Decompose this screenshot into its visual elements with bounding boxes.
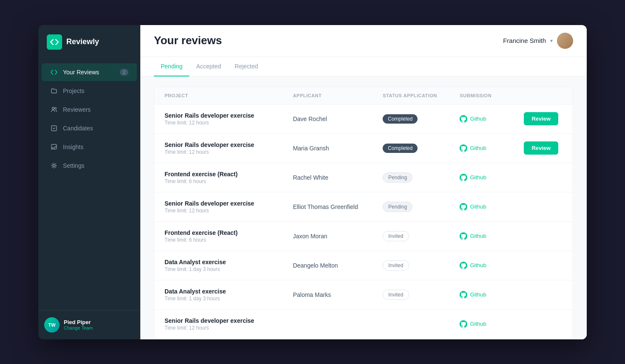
- github-link[interactable]: Github: [460, 115, 486, 123]
- status-cell: Invited: [383, 260, 460, 271]
- sidebar-label-your-reviews: Your Reviews: [63, 69, 99, 76]
- project-meta: Time limit: 6 hours: [165, 237, 293, 243]
- user-menu[interactable]: Francine Smith ▾: [503, 33, 573, 49]
- applicant-name: Elliot Thomas Greenfield: [293, 203, 383, 210]
- github-link[interactable]: Github: [460, 174, 486, 181]
- github-link[interactable]: Github: [460, 232, 486, 240]
- applicant-name: Paloma Marks: [293, 291, 383, 298]
- sidebar-item-your-reviews[interactable]: Your Reviews 2: [42, 63, 137, 81]
- col-submission: SUBMISSION: [460, 93, 524, 98]
- project-meta: Time limit: 12 hours: [165, 325, 293, 331]
- status-cell: Invited: [383, 290, 460, 300]
- github-link[interactable]: Github: [460, 262, 486, 269]
- col-action: [524, 93, 562, 98]
- applicant-name: Dave Rochel: [293, 116, 383, 122]
- submission-cell: Github: [460, 291, 524, 299]
- insights-icon: [50, 143, 58, 151]
- user-name: Francine Smith: [503, 37, 546, 44]
- project-name: Senior Rails developer exercise: [165, 141, 293, 148]
- project-cell: Frontend exercise (React) Time limit: 6 …: [165, 171, 293, 184]
- project-name: Senior Rails developer exercise: [165, 200, 293, 207]
- page-title: Your reviews: [154, 34, 222, 47]
- svg-point-0: [52, 107, 54, 109]
- project-meta: Time limit: 1 day 3 hours: [165, 296, 293, 302]
- table-row: Senior Rails developer exercise Time lim…: [154, 134, 573, 163]
- github-link[interactable]: Github: [460, 144, 486, 152]
- team-footer[interactable]: TW Pied Piper Change Team: [38, 310, 140, 339]
- sidebar-logo: Reviewly: [38, 25, 140, 59]
- github-link[interactable]: Github: [460, 320, 486, 328]
- table-row: Senior Rails developer exercise Time lim…: [154, 192, 573, 222]
- avatar: [557, 33, 573, 49]
- table-row: Frontend exercise (React) Time limit: 6 …: [154, 163, 573, 192]
- col-applicant: APPLICANT: [293, 93, 383, 98]
- sidebar-label-settings: Settings: [63, 162, 85, 169]
- col-project: PROJECT: [165, 93, 293, 98]
- sidebar-item-reviewers[interactable]: Reviewers: [42, 101, 137, 119]
- applicant-name: Deangelo Melton: [293, 262, 383, 269]
- status-cell: Pending: [383, 172, 460, 183]
- table-row: Data Analyst exercise Time limit: 1 day …: [154, 280, 573, 310]
- submission-cell: Github: [460, 144, 524, 152]
- submission-cell: Github: [460, 262, 524, 269]
- submission-cell: Github: [460, 174, 524, 181]
- project-name: Data Analyst exercise: [165, 259, 293, 265]
- project-meta: Time limit: 12 hours: [165, 208, 293, 214]
- review-button[interactable]: Review: [524, 112, 558, 125]
- project-cell: Senior Rails developer exercise Time lim…: [165, 141, 293, 155]
- chevron-down-icon: ▾: [550, 38, 553, 44]
- table-row: Frontend exercise (React) Time limit: 6 …: [154, 222, 573, 251]
- svg-rect-2: [51, 126, 57, 131]
- app-wrapper: Reviewly Your Reviews 2: [38, 25, 587, 339]
- review-button[interactable]: Review: [524, 141, 558, 155]
- status-badge: Invited: [383, 290, 409, 300]
- logo-icon: [47, 34, 62, 50]
- table-row: Senior Rails developer exercise Time lim…: [154, 104, 573, 134]
- tab-pending[interactable]: Pending: [154, 57, 189, 76]
- github-link[interactable]: Github: [460, 291, 486, 299]
- tab-accepted[interactable]: Accepted: [189, 57, 227, 76]
- sidebar-item-projects[interactable]: Projects: [42, 82, 137, 100]
- tab-rejected[interactable]: Rejected: [228, 57, 265, 76]
- project-cell: Frontend exercise (React) Time limit: 6 …: [165, 229, 293, 243]
- action-cell: Review: [524, 112, 562, 125]
- sidebar-label-reviewers: Reviewers: [63, 106, 91, 113]
- status-badge: Invited: [383, 260, 409, 271]
- table-row: Senior Rails developer exercise Time lim…: [154, 310, 573, 339]
- sidebar-item-candidates[interactable]: Candidates: [42, 119, 137, 137]
- folder-icon: [50, 87, 58, 95]
- settings-icon: [50, 162, 58, 169]
- team-info: Pied Piper Change Team: [64, 319, 93, 330]
- team-avatar: TW: [44, 317, 60, 333]
- sidebar: Reviewly Your Reviews 2: [38, 25, 140, 339]
- candidates-icon: [50, 124, 58, 132]
- submission-cell: Github: [460, 203, 524, 211]
- reviewers-icon: [50, 106, 58, 113]
- submission-cell: Github: [460, 232, 524, 240]
- team-name: Pied Piper: [64, 319, 93, 325]
- project-name: Frontend exercise (React): [165, 171, 293, 178]
- project-name: Senior Rails developer exercise: [165, 112, 293, 119]
- reviews-badge: 2: [120, 69, 128, 76]
- status-cell: Completed: [383, 114, 460, 124]
- change-team-link[interactable]: Change Team: [64, 325, 93, 330]
- table-header: PROJECT APPLICANT STATUS APPLICATION SUB…: [154, 87, 573, 104]
- project-meta: Time limit: 12 hours: [165, 149, 293, 155]
- sidebar-label-candidates: Candidates: [63, 125, 93, 132]
- project-meta: Time limit: 12 hours: [165, 120, 293, 126]
- sidebar-item-settings[interactable]: Settings: [42, 157, 137, 175]
- status-badge: Completed: [383, 114, 418, 124]
- col-status: STATUS APPLICATION: [383, 93, 460, 98]
- project-name: Senior Rails developer exercise: [165, 317, 293, 324]
- status-badge: Pending: [383, 172, 412, 183]
- sidebar-item-insights[interactable]: Insights: [42, 138, 137, 156]
- svg-point-1: [55, 107, 57, 109]
- applicant-name: Maria Gransh: [293, 145, 383, 152]
- table-row: Data Analyst exercise Time limit: 1 day …: [154, 251, 573, 280]
- status-cell: Invited: [383, 231, 460, 241]
- project-meta: Time limit: 1 day 3 hours: [165, 266, 293, 272]
- main-content: Your reviews Francine Smith ▾ Pending Ac…: [140, 25, 587, 339]
- github-link[interactable]: Github: [460, 203, 486, 211]
- sidebar-label-projects: Projects: [63, 87, 85, 94]
- applicant-name: Rachel White: [293, 174, 383, 181]
